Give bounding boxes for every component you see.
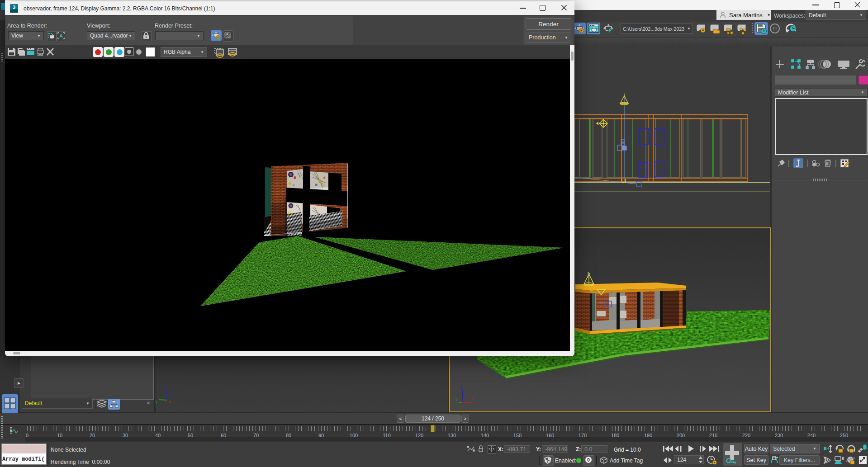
svg-text:190: 190 xyxy=(644,433,652,438)
svg-text:250: 250 xyxy=(840,433,848,438)
svg-text:3: 3 xyxy=(13,5,15,10)
svg-text:-: - xyxy=(228,35,230,39)
svg-text:20: 20 xyxy=(90,433,95,438)
svg-text:200: 200 xyxy=(677,433,685,438)
svg-text:x: x xyxy=(472,396,474,401)
svg-text:0: 0 xyxy=(26,433,28,438)
svg-text:y: y xyxy=(155,399,158,404)
svg-text:10: 10 xyxy=(57,433,62,438)
svg-text:110: 110 xyxy=(383,433,391,438)
svg-text:100: 100 xyxy=(350,433,358,438)
svg-text:140: 140 xyxy=(481,433,489,438)
svg-text:x: x xyxy=(168,399,171,404)
svg-text:60: 60 xyxy=(221,433,226,438)
svg-text:130: 130 xyxy=(448,433,456,438)
svg-text:160: 160 xyxy=(546,433,554,438)
svg-text:30: 30 xyxy=(123,433,128,438)
svg-text:z: z xyxy=(460,385,462,390)
svg-text:A: A xyxy=(59,33,62,38)
svg-text:z: z xyxy=(165,384,167,389)
svg-text:170: 170 xyxy=(579,433,587,438)
svg-text:11: 11 xyxy=(773,26,778,31)
svg-text:180: 180 xyxy=(611,433,619,438)
svg-text:220: 220 xyxy=(742,433,750,438)
svg-text:240: 240 xyxy=(807,433,816,438)
svg-text:50: 50 xyxy=(188,433,193,438)
svg-text:80: 80 xyxy=(286,433,291,438)
svg-text:90: 90 xyxy=(318,433,324,438)
svg-text:210: 210 xyxy=(709,433,717,438)
svg-text:230: 230 xyxy=(775,433,783,438)
svg-text:y: y xyxy=(455,396,458,401)
svg-text:150: 150 xyxy=(513,433,522,438)
svg-text:70: 70 xyxy=(253,433,259,438)
svg-text:120: 120 xyxy=(415,433,423,438)
svg-text:40: 40 xyxy=(155,433,161,438)
